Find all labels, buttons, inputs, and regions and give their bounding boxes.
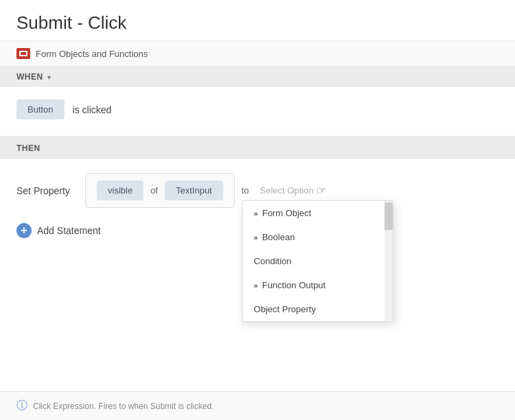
footer-hint-bar: ⓘ Click Expression. Fires to when Submit… xyxy=(0,391,515,420)
scrollbar[interactable] xyxy=(385,201,393,321)
button-trigger[interactable]: Button xyxy=(16,100,65,119)
then-bar: THEN xyxy=(0,136,515,159)
select-option-label: Select Option xyxy=(260,185,314,196)
form-icon-inner xyxy=(19,51,27,56)
select-option-wrapper: Select Option ☞ » Form Object » B xyxy=(256,181,330,200)
then-content: Set Property visible of TextInput to Sel… xyxy=(0,159,515,256)
dropdown-item-label-1: Boolean xyxy=(262,232,295,242)
dropdown-item-function-output[interactable]: » Function Output xyxy=(243,273,393,297)
breadcrumb-bar: Form Objects and Functions xyxy=(0,40,515,67)
object-name-button[interactable]: TextInput xyxy=(165,180,223,200)
add-statement-icon[interactable]: + xyxy=(16,223,32,238)
footer-hint-text: Click Expression. Fires to when Submit i… xyxy=(33,401,214,411)
cursor-icon: ☞ xyxy=(317,184,326,197)
chevron-right-icon-3: » xyxy=(254,281,258,290)
chevron-right-icon-0: » xyxy=(254,209,258,218)
info-icon: ⓘ xyxy=(16,399,27,413)
set-property-label: Set Property xyxy=(16,185,78,196)
dropdown-item-label-2: Condition xyxy=(254,256,292,266)
dropdown-item-condition[interactable]: Condition xyxy=(243,249,393,273)
when-label: WHEN xyxy=(16,72,43,82)
then-label: THEN xyxy=(16,143,41,153)
dropdown-item-label-4: Object Property xyxy=(254,304,316,314)
dropdown-item-boolean[interactable]: » Boolean xyxy=(243,225,393,249)
dropdown-item-form-object[interactable]: » Form Object xyxy=(243,201,393,225)
page-title: Submit - Click xyxy=(16,12,499,34)
breadcrumb-text: Form Objects and Functions xyxy=(36,49,148,59)
dropdown-menu: » Form Object » Boolean Condition xyxy=(242,200,393,322)
to-text: to xyxy=(242,185,249,196)
add-statement-label[interactable]: Add Statement xyxy=(37,225,101,236)
scrollbar-thumb xyxy=(385,202,393,230)
when-content: Button is clicked xyxy=(0,87,515,136)
page-wrapper: Submit - Click Form Objects and Function… xyxy=(0,0,515,420)
when-chevron-icon: ▾ xyxy=(47,73,51,81)
set-property-row: Set Property visible of TextInput to Sel… xyxy=(16,173,499,208)
dropdown-item-label-0: Form Object xyxy=(262,208,312,218)
section-wrapper: WHEN ▾ Button is clicked THEN Set Proper… xyxy=(0,67,515,391)
select-option-button[interactable]: Select Option ☞ xyxy=(256,181,330,200)
when-bar: WHEN ▾ xyxy=(0,67,515,87)
is-clicked-text: is clicked xyxy=(73,104,112,115)
dropdown-item-label-3: Function Output xyxy=(262,280,326,290)
form-icon xyxy=(16,48,30,59)
page-header: Submit - Click xyxy=(0,0,515,40)
chevron-right-icon-1: » xyxy=(254,233,258,242)
visible-property-button[interactable]: visible xyxy=(97,180,144,200)
dropdown-item-object-property[interactable]: Object Property xyxy=(243,297,393,321)
of-text: of xyxy=(150,185,158,196)
